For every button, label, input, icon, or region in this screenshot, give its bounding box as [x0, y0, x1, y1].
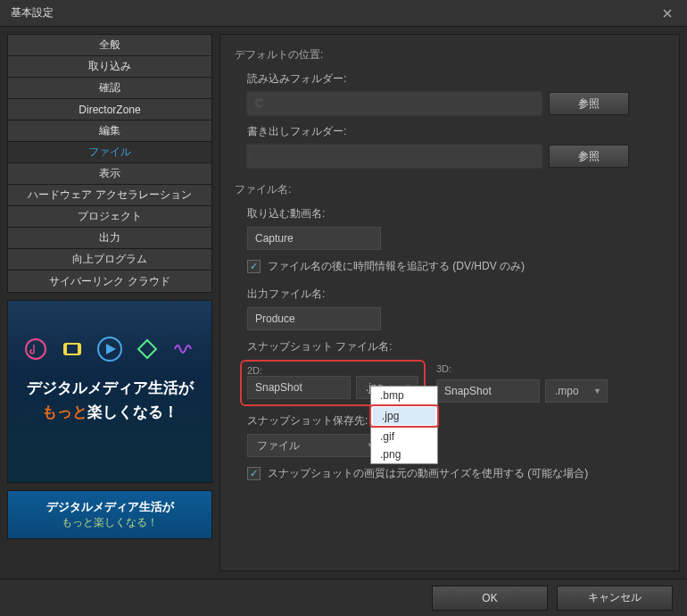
- close-button[interactable]: [655, 4, 680, 23]
- filename-title: ファイル名:: [235, 182, 665, 197]
- svg-point-0: [26, 339, 46, 359]
- svg-marker-5: [106, 344, 116, 354]
- snapshot-quality-label: スナップショットの画質は元の動画サイズを使用する (可能な場合): [268, 466, 588, 481]
- import-name-label: 取り込む動画名:: [247, 206, 665, 221]
- import-folder-input[interactable]: [247, 92, 542, 115]
- sidebar-item-improvement[interactable]: 向上プログラム: [8, 249, 211, 271]
- import-folder-label: 読み込みフォルダー:: [247, 71, 665, 87]
- snapshot-title: スナップショット ファイル名:: [247, 339, 665, 354]
- append-time-checkbox[interactable]: ✓: [247, 260, 261, 273]
- svg-marker-6: [138, 340, 156, 358]
- cancel-button[interactable]: キャンセル: [557, 586, 673, 611]
- sidebar-item-directorzone[interactable]: DirectorZone: [8, 99, 211, 121]
- snapshot-dest-label: スナップショット保存先:: [247, 413, 665, 429]
- snapshot-2d-label: 2D:: [247, 365, 418, 376]
- promo-icons: [13, 335, 206, 363]
- export-folder-label: 書き出しフォルダー:: [247, 124, 665, 139]
- sidebar: 全般 取り込み 確認 DirectorZone 編集 ファイル 表示 ハードウェ…: [7, 34, 212, 571]
- dropdown-option-gif[interactable]: .gif: [371, 428, 437, 445]
- sidebar-item-capture[interactable]: 取り込み: [8, 56, 211, 78]
- main-panel: デフォルトの位置: 読み込みフォルダー: 参照 書き出しフォルダー: 参照 ファ…: [219, 34, 680, 571]
- sidebar-item-display[interactable]: 表示: [8, 163, 211, 185]
- snapshot-2d-input[interactable]: [247, 376, 351, 399]
- music-icon: [21, 335, 50, 363]
- play-icon: [95, 335, 124, 363]
- output-name-input[interactable]: [247, 307, 381, 330]
- chevron-down-icon: ▼: [593, 387, 601, 395]
- sidebar-item-hw-accel[interactable]: ハードウェア アクセラレーション: [8, 185, 211, 206]
- export-folder-input[interactable]: [247, 145, 542, 168]
- output-name-label: 出力ファイル名:: [247, 287, 665, 302]
- dropdown-option-jpg[interactable]: .jpg: [373, 407, 435, 425]
- titlebar: 基本設定: [0, 0, 687, 27]
- svg-rect-3: [78, 344, 80, 354]
- window-title: 基本設定: [11, 5, 54, 21]
- browse-export-button[interactable]: 参照: [549, 145, 629, 168]
- snapshot-dest-select[interactable]: ファイル ▼: [247, 434, 381, 457]
- close-icon: [663, 9, 672, 18]
- promo-secondary[interactable]: デジタルメディア生活が もっと楽しくなる！: [7, 490, 212, 539]
- nav-list: 全般 取り込み 確認 DirectorZone 編集 ファイル 表示 ハードウェ…: [7, 34, 212, 293]
- highlight-jpg: .jpg: [369, 404, 439, 428]
- format-dropdown: .bmp .jpg .gif .png: [370, 386, 438, 464]
- diamond-icon: [133, 335, 161, 363]
- sidebar-item-confirm[interactable]: 確認: [8, 78, 211, 99]
- snapshot-3d-label: 3D:: [436, 360, 608, 374]
- snapshot-3d-format-select[interactable]: .mpo ▼: [545, 379, 608, 403]
- browse-import-button[interactable]: 参照: [549, 92, 629, 115]
- append-time-label: ファイル名の後に時間情報を追記する (DV/HDV のみ): [268, 259, 525, 274]
- movie-icon: [58, 335, 87, 363]
- import-name-input[interactable]: [247, 227, 381, 250]
- sidebar-item-edit[interactable]: 編集: [8, 121, 211, 142]
- sidebar-item-output[interactable]: 出力: [8, 228, 211, 249]
- dropdown-option-bmp[interactable]: .bmp: [371, 387, 437, 404]
- promo-banner[interactable]: デジタルメディア生活が もっと楽しくなる！: [7, 300, 212, 483]
- default-location-title: デフォルトの位置:: [235, 47, 665, 62]
- promo-text: デジタルメディア生活が もっと楽しくなる！: [13, 376, 206, 424]
- snapshot-3d-input[interactable]: [436, 379, 540, 403]
- sidebar-item-cloud[interactable]: サイバーリンク クラウド: [8, 271, 211, 292]
- dropdown-option-png[interactable]: .png: [371, 445, 437, 463]
- sidebar-item-file[interactable]: ファイル: [8, 142, 211, 163]
- dialog-footer: OK キャンセル: [0, 579, 687, 616]
- ok-button[interactable]: OK: [432, 586, 548, 611]
- sidebar-item-project[interactable]: プロジェクト: [8, 206, 211, 228]
- svg-rect-2: [64, 344, 67, 354]
- snapshot-quality-checkbox[interactable]: ✓: [247, 467, 261, 480]
- sidebar-item-general[interactable]: 全般: [8, 35, 211, 56]
- wave-icon: [170, 335, 198, 363]
